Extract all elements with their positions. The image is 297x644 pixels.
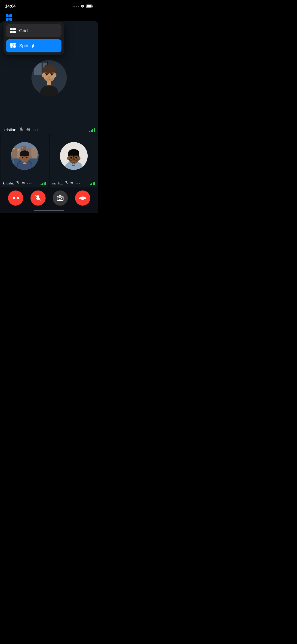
santh-info: santh... bbox=[50, 179, 98, 187]
svg-rect-60 bbox=[13, 159, 14, 168]
spotlight-menu-icon bbox=[10, 43, 16, 49]
santh-more-options[interactable] bbox=[76, 183, 80, 184]
svg-point-91 bbox=[76, 157, 77, 158]
khushal-info: khushal bbox=[1, 179, 49, 187]
svg-rect-5 bbox=[9, 14, 12, 17]
battery-icon bbox=[86, 5, 93, 8]
santh-mute-icon bbox=[65, 181, 68, 185]
kristian-name: kristian bbox=[4, 128, 16, 132]
kristian-more-options[interactable] bbox=[34, 130, 38, 131]
svg-rect-58 bbox=[22, 147, 23, 148]
bottom-panels: khushal bbox=[0, 135, 98, 187]
kristian-signal bbox=[89, 128, 95, 132]
svg-rect-44 bbox=[50, 73, 54, 74]
santh-panel: santh... bbox=[50, 135, 98, 187]
status-bar: 14:04 bbox=[0, 0, 98, 11]
svg-point-90 bbox=[71, 157, 72, 158]
svg-point-41 bbox=[42, 73, 44, 77]
mute-button[interactable] bbox=[30, 190, 46, 206]
svg-rect-54 bbox=[31, 147, 37, 158]
wifi-icon bbox=[80, 5, 85, 8]
svg-rect-32 bbox=[45, 78, 53, 81]
status-icons bbox=[73, 5, 93, 8]
kristian-mute-icon bbox=[19, 127, 23, 133]
svg-rect-66 bbox=[20, 153, 29, 156]
svg-point-71 bbox=[19, 156, 21, 159]
camera-flip-button[interactable] bbox=[53, 190, 68, 206]
menu-item-spotlight[interactable]: Spotlight bbox=[6, 39, 61, 52]
khushal-name: khushal bbox=[3, 181, 14, 185]
spotlight-label: Spotlight bbox=[19, 43, 37, 49]
layout-dropdown-menu: Grid Spotlight bbox=[4, 22, 64, 55]
kristian-video-off-icon bbox=[26, 127, 31, 133]
svg-point-38 bbox=[52, 79, 52, 79]
svg-rect-43 bbox=[45, 73, 49, 74]
svg-point-33 bbox=[46, 79, 46, 79]
kristian-avatar bbox=[31, 60, 67, 95]
grid-label: Grid bbox=[19, 28, 28, 34]
speaker-off-button[interactable] bbox=[8, 190, 23, 206]
svg-rect-8 bbox=[10, 28, 13, 30]
svg-rect-7 bbox=[9, 18, 12, 21]
khushal-mute-icon bbox=[16, 181, 20, 185]
khushal-more-options[interactable] bbox=[27, 183, 31, 184]
svg-point-95 bbox=[78, 156, 80, 160]
svg-rect-2 bbox=[87, 5, 92, 8]
svg-rect-56 bbox=[14, 148, 15, 149]
svg-rect-11 bbox=[13, 31, 16, 33]
svg-point-72 bbox=[28, 156, 30, 159]
svg-point-31 bbox=[48, 76, 50, 78]
svg-point-42 bbox=[54, 73, 56, 77]
svg-point-92 bbox=[73, 159, 75, 161]
spotlight-info-bar: kristian bbox=[0, 125, 98, 135]
khushal-video-off-icon bbox=[21, 181, 25, 185]
svg-rect-6 bbox=[6, 18, 9, 21]
svg-point-68 bbox=[26, 157, 27, 158]
svg-rect-13 bbox=[13, 43, 16, 45]
svg-rect-55 bbox=[13, 148, 14, 149]
end-call-button[interactable] bbox=[75, 190, 90, 206]
khushal-signal bbox=[41, 181, 46, 185]
santh-signal bbox=[90, 181, 95, 185]
svg-point-37 bbox=[51, 79, 51, 79]
svg-rect-10 bbox=[10, 31, 13, 33]
svg-rect-12 bbox=[10, 43, 13, 47]
svg-rect-9 bbox=[13, 28, 16, 30]
home-indicator bbox=[34, 210, 64, 211]
svg-marker-98 bbox=[13, 196, 15, 200]
svg-rect-16 bbox=[13, 47, 16, 48]
menu-item-grid[interactable]: Grid bbox=[6, 24, 61, 37]
svg-point-67 bbox=[22, 157, 23, 158]
svg-rect-14 bbox=[13, 45, 16, 47]
svg-point-0 bbox=[82, 7, 83, 8]
svg-point-36 bbox=[49, 79, 50, 80]
svg-point-94 bbox=[67, 156, 69, 160]
svg-rect-4 bbox=[6, 14, 9, 17]
status-time: 14:04 bbox=[5, 4, 16, 9]
svg-point-35 bbox=[48, 79, 48, 80]
layout-toggle-button[interactable] bbox=[5, 13, 14, 22]
santh-video-off-icon bbox=[70, 181, 74, 185]
svg-point-34 bbox=[47, 79, 47, 79]
svg-point-29 bbox=[46, 74, 47, 75]
cellular-signal bbox=[73, 6, 79, 7]
khushal-avatar bbox=[11, 142, 39, 170]
grid-menu-icon bbox=[10, 28, 16, 34]
svg-rect-18 bbox=[34, 63, 42, 75]
khushal-panel: khushal bbox=[1, 135, 49, 187]
svg-rect-24 bbox=[43, 69, 55, 73]
svg-rect-57 bbox=[18, 149, 19, 151]
control-bar bbox=[0, 188, 98, 208]
svg-point-30 bbox=[51, 74, 52, 75]
santh-name: santh... bbox=[52, 181, 63, 185]
santh-avatar bbox=[60, 142, 88, 170]
svg-rect-15 bbox=[10, 47, 13, 48]
svg-point-69 bbox=[24, 159, 25, 160]
svg-rect-40 bbox=[47, 81, 51, 85]
svg-rect-3 bbox=[92, 6, 93, 7]
svg-point-104 bbox=[59, 197, 61, 200]
